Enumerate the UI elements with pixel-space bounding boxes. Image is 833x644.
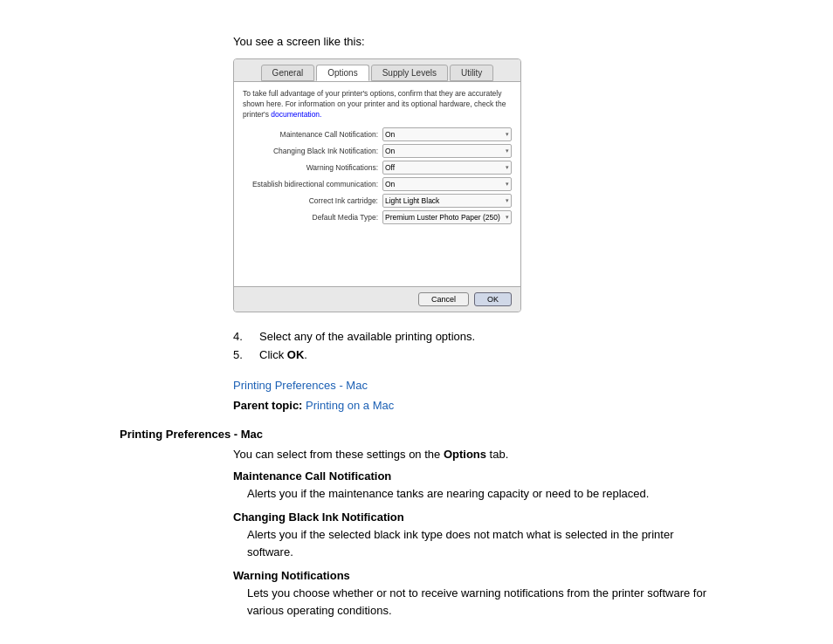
section-intro-text: You can select from these settings on th… xyxy=(233,448,444,461)
dialog-select-black-ink[interactable]: On ▾ xyxy=(382,144,512,158)
tab-options[interactable]: Options xyxy=(316,65,368,81)
tab-supply-levels[interactable]: Supply Levels xyxy=(371,65,448,81)
subsection-text: Lets you choose whether or not to receiv… xyxy=(247,585,713,619)
dialog-select-value: On xyxy=(385,147,506,155)
subsection-text: Alerts you if the maintenance tanks are … xyxy=(247,485,713,503)
subsection-maintenance: Maintenance Call Notification Alerts you… xyxy=(233,469,713,503)
dialog-select-value: Premium Luster Photo Paper (250) xyxy=(385,213,506,222)
options-bold: Options xyxy=(444,448,486,461)
dialog-label: Default Media Type: xyxy=(243,213,382,222)
step-number: 4. xyxy=(233,330,259,343)
section-intro-end: tab. xyxy=(486,448,508,461)
dialog-row: Maintenance Call Notification: On ▾ xyxy=(243,127,512,141)
dialog-select-value: Light Light Black xyxy=(385,196,506,205)
section-intro: You can select from these settings on th… xyxy=(233,448,713,461)
printing-on-mac-link[interactable]: Printing on a Mac xyxy=(306,399,394,412)
subsection-heading: Warning Notifications xyxy=(233,569,713,582)
step-4: 4. Select any of the available printing … xyxy=(233,330,713,343)
step-5: 5. Click OK. xyxy=(233,348,713,361)
subsection-text: Alerts you if the selected black ink typ… xyxy=(247,526,713,560)
chevron-down-icon: ▾ xyxy=(506,164,509,171)
dialog-select-value: Off xyxy=(385,163,506,172)
dialog-info-text: To take full advantage of your printer's… xyxy=(243,89,512,120)
step-text: Select any of the available printing opt… xyxy=(259,330,475,343)
dialog-select-warning[interactable]: Off ▾ xyxy=(382,161,512,175)
step-text: Click OK. xyxy=(259,348,307,361)
dialog-select-maintenance[interactable]: On ▾ xyxy=(382,127,512,141)
subsection-black-ink: Changing Black Ink Notification Alerts y… xyxy=(233,510,713,560)
dialog-select-ink-cartridge[interactable]: Light Light Black ▾ xyxy=(382,194,512,208)
subsection-heading: Maintenance Call Notification xyxy=(233,469,713,483)
dialog-select-value: On xyxy=(385,130,506,139)
dialog-label: Maintenance Call Notification: xyxy=(243,130,382,139)
dialog-label: Changing Black Ink Notification: xyxy=(243,147,382,155)
dialog-row: Default Media Type: Premium Luster Photo… xyxy=(243,210,512,224)
dialog-row: Changing Black Ink Notification: On ▾ xyxy=(243,144,512,158)
dialog-footer: Cancel OK xyxy=(234,286,520,312)
dialog-label: Correct Ink cartridge: xyxy=(243,196,382,205)
tab-utility[interactable]: Utility xyxy=(450,65,493,81)
tab-general[interactable]: General xyxy=(261,65,315,81)
dialog-row: Warning Notifications: Off ▾ xyxy=(243,161,512,175)
intro-text: You see a screen like this: xyxy=(233,35,713,48)
dialog-screenshot: General Options Supply Levels Utility To… xyxy=(233,58,521,312)
dialog-select-media-type[interactable]: Premium Luster Photo Paper (250) ▾ xyxy=(382,210,512,224)
chevron-down-icon: ▾ xyxy=(506,131,509,138)
chevron-down-icon: ▾ xyxy=(506,197,509,204)
ok-button[interactable]: OK xyxy=(474,292,512,306)
subsection-warning: Warning Notifications Lets you choose wh… xyxy=(233,569,713,619)
page: You see a screen like this: General Opti… xyxy=(0,0,833,644)
chevron-down-icon: ▾ xyxy=(506,181,509,188)
blank-area xyxy=(243,227,512,279)
dialog-select-value: On xyxy=(385,180,506,188)
dialog-select-bidirectional[interactable]: On ▾ xyxy=(382,177,512,191)
parent-topic-label: Parent topic: xyxy=(233,399,302,412)
step-number: 5. xyxy=(233,348,259,361)
documentation-link[interactable]: documentation. xyxy=(271,110,321,119)
dialog-label: Warning Notifications: xyxy=(243,163,382,172)
printing-preferences-mac-link[interactable]: Printing Preferences - Mac xyxy=(233,379,368,392)
content-area: You see a screen like this: General Opti… xyxy=(120,35,713,644)
steps-area: 4. Select any of the available printing … xyxy=(233,330,713,367)
section-heading: Printing Preferences - Mac xyxy=(120,428,713,441)
dialog-tabs: General Options Supply Levels Utility xyxy=(234,59,520,81)
dialog-body: To take full advantage of your printer's… xyxy=(234,81,520,286)
cancel-button[interactable]: Cancel xyxy=(418,292,469,306)
dialog-row: Correct Ink cartridge: Light Light Black… xyxy=(243,194,512,208)
dialog-row: Establish bidirectional communication: O… xyxy=(243,177,512,191)
dialog-label: Establish bidirectional communication: xyxy=(243,180,382,188)
chevron-down-icon: ▾ xyxy=(506,147,509,154)
subsection-heading: Changing Black Ink Notification xyxy=(233,510,713,524)
parent-topic-line: Parent topic: Printing on a Mac xyxy=(233,399,713,412)
chevron-down-icon: ▾ xyxy=(506,214,509,221)
link-line: Printing Preferences - Mac xyxy=(233,379,713,392)
